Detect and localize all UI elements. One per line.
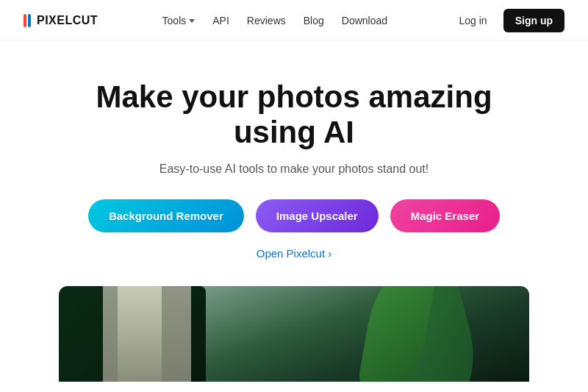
logo[interactable]: PIXELCUT [24, 14, 98, 27]
hero-section: Make your photos amazing using AI Easy-t… [0, 41, 588, 280]
nav-tools[interactable]: Tools [162, 15, 196, 26]
nav-reviews[interactable]: Reviews [247, 15, 286, 26]
login-button[interactable]: Log in [452, 10, 495, 31]
signup-button[interactable]: Sign up [503, 9, 564, 32]
chevron-down-icon [189, 19, 195, 23]
background-remover-button[interactable]: Background Remover [88, 199, 244, 232]
open-pixelcut-link[interactable]: Open Pixelcut › [257, 247, 332, 260]
nav-download[interactable]: Download [342, 15, 387, 26]
hero-buttons: Background Remover Image Upscaler Magic … [88, 199, 500, 232]
image-upscaler-button[interactable]: Image Upscaler [256, 199, 379, 232]
bottom-image-strip [0, 286, 588, 382]
light-beam-decoration [118, 286, 162, 382]
hero-subtitle: Easy-to-use AI tools to make your photos… [159, 163, 429, 176]
magic-eraser-button[interactable]: Magic Eraser [390, 199, 500, 232]
logo-icon [24, 14, 31, 27]
nav-links: Tools API Reviews Blog Download [162, 15, 387, 26]
nav-actions: Log in Sign up [452, 9, 564, 32]
hero-image [59, 286, 529, 382]
nav-api[interactable]: API [212, 15, 229, 26]
hero-title: Make your photos amazing using AI [74, 79, 514, 151]
nav-blog[interactable]: Blog [304, 15, 324, 26]
navbar: PIXELCUT Tools API Reviews Blog Download… [0, 0, 588, 41]
logo-text: PIXELCUT [37, 14, 98, 27]
